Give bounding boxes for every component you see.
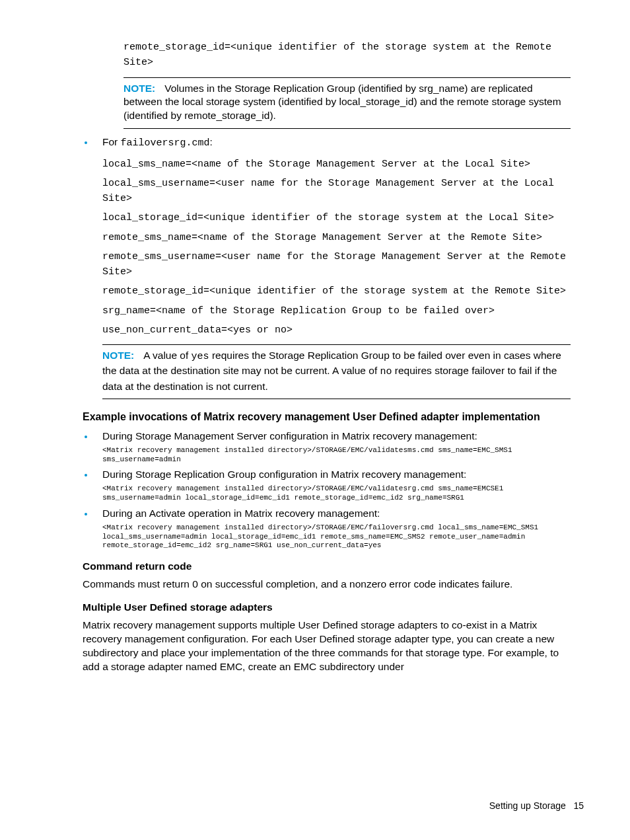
multi-adapters-text: Matrix recovery management supports mult…: [83, 619, 571, 674]
failover-line: remote_storage_id=<unique identifier of …: [102, 284, 571, 299]
note2-pre: A value of: [143, 350, 191, 361]
example-code: <Matrix recovery management installed di…: [102, 523, 571, 551]
failover-line: local_sms_username=<user name for the St…: [102, 176, 571, 207]
cmd-return-text: Commands must return 0 on successful com…: [83, 578, 571, 592]
footer-section: Setting up Storage: [489, 800, 566, 811]
footer-page-number: 15: [573, 800, 584, 811]
example-text: During an Activate operation in Matrix r…: [102, 508, 380, 519]
example-item: During Storage Replication Group configu…: [94, 468, 571, 502]
example-code: <Matrix recovery management installed di…: [102, 446, 571, 465]
failover-line: local_storage_id=<unique identifier of t…: [102, 210, 571, 225]
bullet-suffix: :: [210, 136, 213, 147]
note2-code-yes: yes: [192, 351, 209, 362]
example-text: During Storage Management Server configu…: [102, 430, 477, 441]
failover-line: use_non_current_data=<yes or no>: [102, 323, 571, 338]
example-item: During Storage Management Server configu…: [94, 430, 571, 464]
note2-code-no: no: [380, 366, 392, 377]
example-item: During an Activate operation in Matrix r…: [94, 507, 571, 551]
example-text: During Storage Replication Group configu…: [102, 469, 466, 480]
note-label: NOTE:: [123, 83, 155, 94]
page-footer: Setting up Storage 15: [489, 800, 584, 812]
note-block-1: NOTE:Volumes in the Storage Replication …: [123, 77, 571, 130]
example-code: <Matrix recovery management installed di…: [102, 484, 571, 503]
note-label: NOTE:: [102, 350, 134, 361]
note-block-2: NOTE:A value of yes requires the Storage…: [102, 344, 571, 399]
failover-line: remote_sms_name=<name of the Storage Man…: [102, 230, 571, 245]
note-text: Volumes in the Storage Replication Group…: [123, 83, 561, 122]
failover-line: remote_sms_username=<user name for the S…: [102, 249, 571, 280]
code-remote-storage-id: remote_storage_id=<unique identifier of …: [123, 40, 571, 71]
bullet-prefix: For: [102, 136, 121, 147]
failover-line: srg_name=<name of the Storage Replicatio…: [102, 303, 571, 319]
heading-cmd-return: Command return code: [83, 560, 571, 574]
heading-examples: Example invocations of Matrix recovery m…: [83, 410, 571, 424]
heading-multi-adapters: Multiple User Defined storage adapters: [83, 601, 571, 615]
failover-line: local_sms_name=<name of the Storage Mana…: [102, 157, 571, 172]
bullet-code: failoversrg.cmd: [121, 137, 210, 149]
bullet-failover: For failoversrg.cmd: local_sms_name=<nam…: [94, 135, 571, 399]
